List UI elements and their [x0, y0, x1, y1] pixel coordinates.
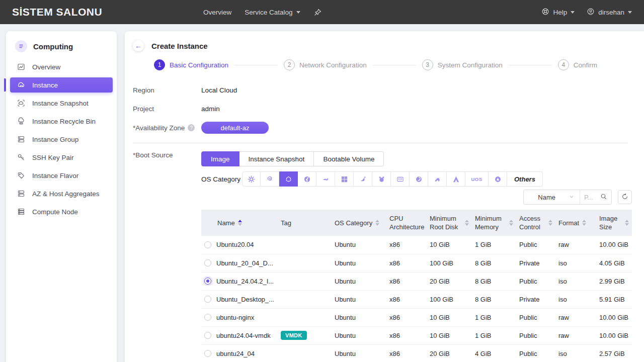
user-menu[interactable]: dirsehan: [587, 8, 632, 17]
sidebar-item-ssh-key-pair[interactable]: SSH Key Pair: [10, 150, 113, 165]
table-row-ubuntu24-04-vmdk[interactable]: ubuntu24.04-vmdkVMDKUbuntux8610 GiB1 GiB…: [201, 326, 632, 344]
sidebar-item-label: Compute Node: [32, 208, 78, 216]
sort-icon[interactable]: [625, 220, 629, 226]
os-debian-button[interactable]: [261, 171, 279, 187]
table-row-ubuntu-nginx[interactable]: ubuntu-nginxUbuntux8610 GiB1 GiBPublicra…: [201, 308, 632, 326]
refresh-button[interactable]: [618, 190, 632, 204]
os-ubuntu-button[interactable]: [279, 171, 298, 187]
step-confirm: 4Confirm: [558, 59, 597, 70]
column-header-image-size[interactable]: Image Size: [596, 210, 632, 236]
step-label: Basic Configuration: [170, 61, 228, 69]
os-deepin-icon: [415, 175, 423, 183]
key-icon: [17, 153, 25, 161]
os-deepin-button[interactable]: [410, 171, 428, 187]
pin-icon[interactable]: [313, 8, 322, 17]
help-menu[interactable]: Help: [541, 8, 575, 17]
os-arch-button[interactable]: [447, 171, 465, 187]
computing-menu-icon[interactable]: [15, 40, 27, 52]
nav-service-catalog[interactable]: Service Catalog: [245, 9, 300, 16]
step-number: 4: [558, 59, 569, 70]
table-row-ubuntu24-04[interactable]: ubuntu24_04Ubuntux8620 GiB4 GiBPubliciso…: [201, 344, 632, 362]
row-radio-button[interactable]: [204, 296, 211, 303]
sort-icon[interactable]: [548, 220, 552, 226]
sort-icon[interactable]: [375, 220, 379, 226]
os-windows-button[interactable]: [335, 171, 354, 187]
row-radio-button[interactable]: [204, 314, 211, 321]
sort-icon[interactable]: [465, 220, 469, 226]
cell-minimum-root-disk: 10 GiB: [427, 326, 472, 344]
os-openkylin-button[interactable]: [489, 171, 507, 187]
help-tooltip-icon[interactable]: ?: [188, 124, 195, 131]
filter-field-select[interactable]: Name: [524, 194, 580, 201]
column-header-name[interactable]: Name: [201, 210, 278, 236]
table-header: NameTagOS CategoryCPU ArchitectureMinimu…: [201, 210, 632, 236]
os-cirros-button[interactable]: [391, 171, 410, 187]
cell-access-control: Public: [516, 344, 555, 362]
sidebar-item-instance-recycle-bin[interactable]: Instance Recycle Bin: [10, 114, 113, 129]
sort-icon[interactable]: [509, 220, 513, 226]
column-header-minimum-root-disk[interactable]: Minimum Root Disk: [427, 210, 472, 236]
os-freebsd-button[interactable]: [372, 171, 391, 187]
sidebar-item-compute-node[interactable]: Compute Node: [10, 204, 113, 219]
sidebar-item-overview[interactable]: Overview: [10, 59, 113, 74]
row-radio-button[interactable]: [204, 241, 211, 248]
step-connector: [373, 65, 416, 65]
project-row: Project admin: [133, 103, 632, 114]
image-name: ubuntu24_04: [216, 350, 255, 357]
sort-icon[interactable]: [238, 220, 242, 226]
sidebar-item-instance-flavor[interactable]: Instance Flavor: [10, 168, 113, 183]
table-row-ubuntu-20-04-d[interactable]: Ubuntu_20_04_D...Ubuntux86100 GiB8 GiBPr…: [201, 254, 632, 272]
section-divider: [133, 143, 628, 143]
availability-zone-button[interactable]: default-az: [201, 122, 269, 134]
sidebar-item-instance-snapshot[interactable]: Instance Snapshot: [10, 96, 113, 111]
cloud-instance-icon: [17, 81, 25, 89]
os-uos-label: UOS: [471, 176, 482, 182]
search-input[interactable]: [584, 194, 599, 201]
os-fedora-button[interactable]: [298, 171, 316, 187]
brand-logo[interactable]: SİSTEM SALONU: [12, 6, 102, 18]
table-row-ubuntu-24-04-2-i[interactable]: Ubuntu_24.04.2_I...Ubuntux8620 GiB8 GiBP…: [201, 272, 632, 290]
boot-source-label: *Boot Source: [133, 151, 201, 159]
sidebar-item-instance[interactable]: Instance: [10, 77, 113, 93]
row-radio-button[interactable]: [204, 350, 211, 357]
row-radio-button[interactable]: [204, 332, 211, 339]
row-radio-button[interactable]: [204, 278, 211, 285]
os-opensuse-button[interactable]: [316, 171, 335, 187]
os-openeuler-button[interactable]: [354, 171, 372, 187]
tab-image[interactable]: Image: [201, 151, 239, 166]
cell-minimum-root-disk: 10 GiB: [427, 308, 472, 326]
table-row-ubuntu20-04[interactable]: Ubuntu20.04Ubuntux8610 GiB1 GiBPublicraw…: [201, 236, 632, 254]
cell-minimum-memory: 1 GiB: [472, 326, 516, 344]
row-radio-button[interactable]: [204, 259, 211, 266]
cell-format: raw: [555, 236, 596, 254]
tag-badge: VMDK: [281, 331, 307, 340]
cell-os-category: Ubuntu: [332, 254, 386, 272]
cell-access-control: Public: [516, 308, 555, 326]
table-row-ubuntu-desktop[interactable]: Ubuntu_Desktop_...Ubuntux86100 GiB8 GiBP…: [201, 290, 632, 308]
sidebar-item-az-host-aggregates[interactable]: AZ & Host Aggregates: [10, 186, 113, 201]
tab-instance-snapshot[interactable]: Instance Snapshot: [239, 151, 314, 166]
cell-minimum-memory: 8 GiB: [472, 254, 516, 272]
sidebar-item-label: Overview: [32, 63, 60, 71]
column-header-minimum-memory[interactable]: Minimum Memory: [472, 210, 516, 236]
column-header-format[interactable]: Format: [555, 210, 596, 236]
os-uos-button[interactable]: UOS: [465, 171, 489, 187]
column-label: Format: [558, 219, 579, 227]
sidebar-item-label: Instance Group: [32, 136, 78, 143]
search-icon[interactable]: [600, 193, 607, 202]
step-connector: [509, 65, 552, 65]
sidebar-item-instance-group[interactable]: Instance Group: [10, 132, 113, 147]
tab-bootable-volume[interactable]: Bootable Volume: [314, 151, 384, 166]
boot-source-row: *Boot Source Image Instance Snapshot Boo…: [133, 151, 632, 166]
sort-icon[interactable]: [582, 220, 586, 226]
os-windows-icon: [341, 175, 348, 183]
refresh-icon: [621, 193, 628, 202]
back-arrow-icon: ←: [135, 42, 142, 50]
os-centos-button[interactable]: [242, 171, 261, 187]
column-header-access-control[interactable]: Access Control: [516, 210, 555, 236]
column-header-os-category[interactable]: OS Category: [332, 210, 386, 236]
nav-overview[interactable]: Overview: [203, 9, 231, 16]
os-others-button[interactable]: Others: [507, 171, 543, 187]
os-kylin-button[interactable]: [428, 171, 447, 187]
back-button[interactable]: ←: [133, 40, 144, 51]
